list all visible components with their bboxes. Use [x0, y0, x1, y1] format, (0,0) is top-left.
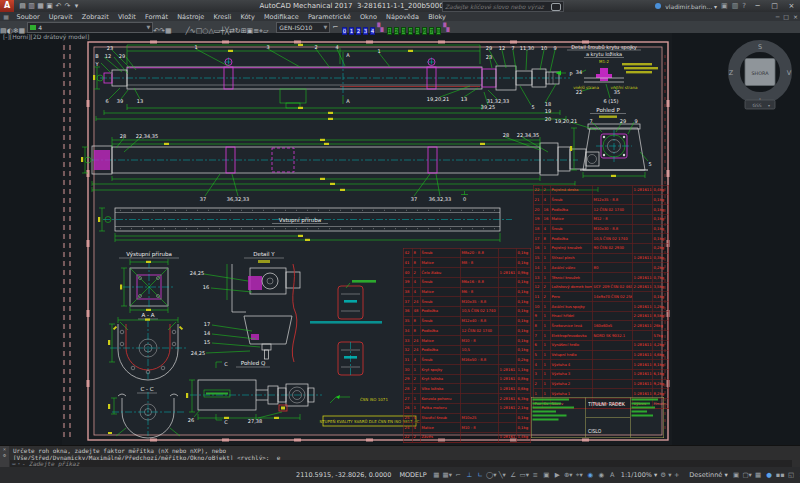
status-icon[interactable]: ▪▪	[775, 471, 786, 479]
doc-window-button[interactable]: ─	[776, 13, 780, 20]
chevron-down-icon: ▾	[18, 461, 20, 466]
scale-area-button-green[interactable]: 2	[394, 27, 400, 35]
scale-area-button-blue[interactable]: 1	[349, 27, 355, 35]
scale-area-button-green[interactable]: 5	[415, 27, 421, 35]
status-icon[interactable]: ▣	[731, 471, 742, 479]
view-label-outlet-flange: Výstupní příruba	[126, 251, 172, 258]
quick-access-icon[interactable]: ▥	[27, 2, 36, 10]
menu-item[interactable]: Vložit	[113, 13, 140, 21]
status-icon[interactable]: ▭▾	[519, 471, 530, 479]
draw-tool-icon[interactable]: ▱	[263, 27, 268, 35]
window-control-button[interactable]: ×	[783, 0, 800, 12]
layer-tool-icon[interactable]: ▦	[19, 27, 26, 35]
status-icon[interactable]: A	[607, 471, 618, 479]
status-icon[interactable]: ▣	[541, 471, 552, 479]
drawing-number: CISLO	[588, 429, 601, 434]
svg-text:37: 37	[411, 196, 417, 202]
annotation-scale-value[interactable]: 1:1/100% ▾	[621, 471, 658, 479]
layer-dropdown[interactable]: 4 ▼	[27, 22, 153, 33]
scale-area-button-green[interactable]: 7	[429, 27, 435, 35]
status-icon[interactable]: ◯▾	[486, 471, 497, 479]
menu-item[interactable]: Zobrazit	[77, 13, 113, 21]
quick-access-icon[interactable]: ▤	[18, 2, 27, 10]
scale-area-button-green[interactable]: 6	[422, 27, 428, 35]
svg-text:22,34,35: 22,34,35	[136, 133, 158, 139]
view-direction-p: P	[569, 71, 572, 77]
search-icon[interactable]	[551, 3, 561, 11]
status-icon[interactable]: ≡	[797, 471, 800, 479]
status-icon[interactable]: ◉	[596, 471, 607, 479]
command-line-panel[interactable]: × ⚙ Určete roh okna, zadejte faktor měří…	[0, 445, 800, 468]
hatch-icon[interactable]: ▚	[375, 23, 385, 32]
keyboard-icon: ⌨	[12, 460, 16, 467]
status-icon[interactable]: ⊥	[464, 471, 475, 479]
status-icon[interactable]: ◱	[786, 471, 797, 479]
svg-text:GSS: GSS	[752, 103, 761, 108]
status-bar: 2110.5915, -32.8026, 0.0000 MODELP ▦▦▾⌐⊥…	[0, 467, 800, 483]
bom-row: 161 Pojistný kroužek90 ČSN 02 2930 0,2kg	[534, 244, 669, 254]
coordinates-readout: 2110.5915, -32.8026, 0.0000	[296, 471, 391, 479]
quick-access-icon[interactable]: ↷	[63, 2, 72, 10]
viewcube-north: S	[758, 43, 762, 51]
status-icon[interactable]: ⌐	[453, 471, 464, 479]
bom-row: 1916 MaticeM12 - 8 0,1kg	[534, 215, 669, 225]
signin-user[interactable]: vladimir.barin... ▾	[665, 3, 717, 10]
layer-tool-icon[interactable]: ▤	[0, 27, 7, 35]
help-search-box[interactable]	[442, 1, 564, 12]
doc-window-button[interactable]: ×	[793, 13, 798, 20]
status-icon[interactable]: ╲▾	[497, 471, 508, 479]
units-dropdown[interactable]: Desetinné ▾	[689, 471, 727, 479]
status-icon[interactable]: ⌖▾	[574, 471, 585, 479]
scale-area-button-green[interactable]: 1	[387, 27, 393, 35]
svg-text:19,20,21: 19,20,21	[427, 96, 449, 102]
status-icon[interactable]: ≡	[530, 471, 541, 479]
bom-row: 178 Podložka10,5 ČSN 02 1740 0,1kg	[534, 234, 669, 244]
status-icon[interactable]: ⊕▾	[563, 471, 574, 479]
dimstyle-dropdown[interactable]: GEN-ISO10 ▼	[276, 22, 330, 33]
toolbar-icon[interactable]: ▦	[165, 27, 172, 35]
style-tool-icon[interactable]: ⌐	[330, 23, 340, 31]
window-control-button[interactable]: ─	[749, 0, 766, 12]
bom-row: 3648 Podložka10,5 ČSN 02 1740 0,1kg	[404, 307, 531, 317]
quick-access-icon[interactable]: ↶	[54, 2, 63, 10]
stay-connected-icon[interactable]: ▥	[732, 2, 739, 10]
window-control-button[interactable]: □	[766, 0, 783, 12]
search-input[interactable]	[443, 3, 551, 11]
help-icon[interactable]: ?	[742, 2, 746, 10]
doc-window-button[interactable]: □	[783, 13, 789, 20]
title-block: TITULNI_RADEK CISLO	[531, 397, 664, 438]
command-panel-grip[interactable]: × ⚙	[0, 446, 9, 468]
scale-area-button-green[interactable]: 4	[408, 27, 414, 35]
customize-icon[interactable]: ⚙	[0, 452, 9, 458]
svg-text:5: 5	[531, 104, 534, 110]
quick-access-icon[interactable]: ▣	[45, 2, 54, 10]
status-icon[interactable]: ▦▾	[442, 471, 453, 479]
model-paper-toggle[interactable]: MODELP	[399, 471, 426, 479]
workspace-gear-icon[interactable]: ⚙ ▾	[660, 471, 671, 479]
menu-item[interactable]: Upravit	[44, 13, 77, 21]
scale-area-button-blue[interactable]: 0	[342, 27, 348, 35]
application-menu-button[interactable]: A	[0, 0, 14, 12]
command-input[interactable]: ⌨ ▾ - Zadejte příkaz	[10, 460, 792, 467]
hatch-icon[interactable]: ▚	[441, 23, 451, 32]
quick-access-icon[interactable]: ▾	[72, 2, 81, 10]
status-icon[interactable]: ●	[764, 471, 775, 479]
status-icon[interactable]: ∟	[475, 471, 486, 479]
scale-area-button-green[interactable]: 3	[401, 27, 407, 35]
title-bar: A ▤▥▦▣↶↷▾ AutoCAD Mechanical 2017 3-2816…	[0, 0, 800, 12]
scale-area-button-blue[interactable]: 2	[356, 27, 362, 35]
status-icon[interactable]: ∠	[508, 471, 519, 479]
quick-access-icon[interactable]: ▦	[36, 2, 45, 10]
svg-text:19,20,21: 19,20,21	[555, 118, 577, 124]
title-block-revision	[631, 398, 664, 438]
drawing-canvas[interactable]: A A 23 B 12 29 Y 6 39 13 1 3 2 4 1 29 12	[0, 0, 800, 483]
annotation-monitor-icon[interactable]: +	[671, 471, 682, 479]
autodesk-exchange-icon[interactable]: ▣	[721, 2, 728, 10]
status-icon[interactable]: ◉	[585, 471, 596, 479]
status-icon[interactable]: ▦	[753, 471, 764, 479]
scale-area-button-blue[interactable]: 3	[363, 27, 369, 35]
status-icon[interactable]: ▦	[431, 471, 442, 479]
chevron-down-icon: ▼	[324, 24, 328, 30]
status-icon[interactable]: ▶	[552, 471, 563, 479]
status-icon[interactable]: ▢▾	[742, 471, 753, 479]
